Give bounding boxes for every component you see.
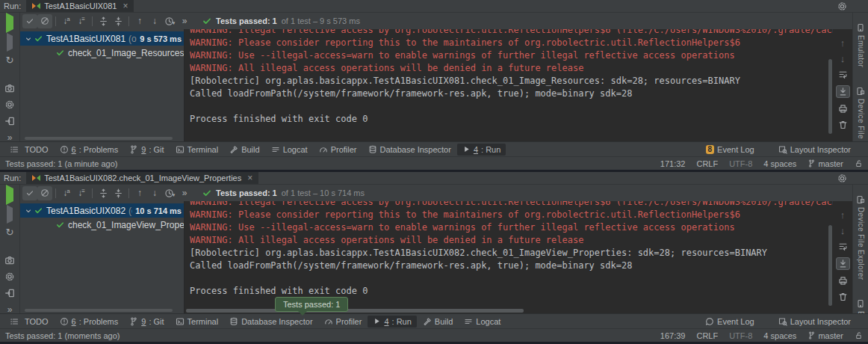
toolwindow-button-todo[interactable]: TODO xyxy=(4,144,54,156)
test-tree[interactable]: TestA1BasicUIX082 (org.aplas.basica 10 s… xyxy=(20,201,184,313)
up-stacktrace-icon[interactable]: ↑ xyxy=(840,210,846,220)
expand-all-icon[interactable] xyxy=(96,14,111,28)
clear-console-icon[interactable] xyxy=(838,292,848,301)
previous-failed-test-icon[interactable]: ↑ xyxy=(132,14,147,28)
close-icon[interactable]: × xyxy=(123,2,128,10)
rerun-tests-button[interactable] xyxy=(6,188,13,202)
console-vertical-scrollbar[interactable] xyxy=(828,225,832,306)
sort-alphabetically-icon[interactable]: ↓a xyxy=(59,186,74,200)
toolwindow-button-problems[interactable]: 6: Problems xyxy=(55,316,124,328)
toolwindow-button-git[interactable]: 9: Git xyxy=(124,144,169,156)
toolwindow-button-profiler[interactable]: Profiler xyxy=(319,316,368,328)
next-failed-test-icon[interactable]: ↓ xyxy=(147,14,162,28)
import-tests-button[interactable] xyxy=(4,116,15,126)
thread-dump-button[interactable] xyxy=(4,83,15,93)
indent-widget[interactable]: 4 spaces xyxy=(763,331,796,340)
toggle-auto-test-icon[interactable]: ↻ xyxy=(6,55,14,65)
test-settings-button[interactable] xyxy=(4,271,15,282)
test-history-icon[interactable]: ▾ xyxy=(162,186,177,200)
next-failed-test-icon[interactable]: ↓ xyxy=(147,186,162,200)
tree-row-test-method[interactable]: check_01_Image_Resources 9 s 573 ms xyxy=(20,46,184,60)
down-stacktrace-icon[interactable]: ↓ xyxy=(840,54,846,64)
rerun-failed-tests-button[interactable] xyxy=(7,36,13,49)
collapse-all-icon[interactable] xyxy=(111,14,125,28)
thread-dump-button[interactable] xyxy=(4,255,15,265)
more-toolbar-icon[interactable]: » xyxy=(177,14,192,28)
chevron-down-icon[interactable] xyxy=(25,208,31,214)
show-ignored-icon[interactable] xyxy=(37,14,52,28)
up-stacktrace-icon[interactable]: ↑ xyxy=(840,38,846,48)
chevron-down-icon[interactable] xyxy=(25,36,31,42)
toolwindow-button-profiler[interactable]: Profiler xyxy=(314,144,362,156)
settings-gear-icon[interactable] xyxy=(837,1,847,11)
lock-icon[interactable] xyxy=(855,159,863,168)
tree-horizontal-scrollbar[interactable] xyxy=(25,137,173,140)
print-icon[interactable] xyxy=(838,104,848,114)
test-settings-button[interactable] xyxy=(4,99,15,110)
test-history-icon[interactable]: ▾ xyxy=(162,14,177,28)
toolwindow-button-build[interactable]: Build xyxy=(224,144,264,156)
scroll-to-end-icon[interactable] xyxy=(836,257,850,270)
print-icon[interactable] xyxy=(838,276,848,286)
scroll-to-end-icon[interactable] xyxy=(836,85,850,98)
toolwindow-button-git[interactable]: 9: Git xyxy=(124,316,169,328)
git-branch-widget[interactable]: master xyxy=(807,331,843,340)
run-tab[interactable]: TestA1BasicUIX082.check_01_ImageView_Pro… xyxy=(26,172,258,184)
layout-inspector-button[interactable]: Layout Inspector xyxy=(773,144,856,156)
console-horizontal-scrollbar[interactable] xyxy=(186,309,524,313)
layout-inspector-button[interactable]: Layout Inspector xyxy=(773,316,856,328)
show-passed-icon[interactable] xyxy=(22,186,37,200)
toolwindow-button-database-inspector[interactable]: Database Inspector xyxy=(224,316,317,328)
soft-wrap-icon[interactable] xyxy=(838,242,848,251)
toolwindow-button-device-file-explorer[interactable]: Device File Explorer xyxy=(856,195,865,280)
previous-failed-test-icon[interactable]: ↑ xyxy=(132,186,147,200)
sort-by-duration-icon[interactable]: ↓≡ xyxy=(74,14,89,28)
more-toolbar-icon[interactable]: » xyxy=(177,186,192,200)
show-passed-icon[interactable] xyxy=(22,14,37,28)
toolwindow-button-terminal[interactable]: Terminal xyxy=(170,316,224,328)
toolwindow-button-build[interactable]: Build xyxy=(418,316,458,328)
encoding-widget[interactable]: UTF-8 xyxy=(729,331,752,340)
rerun-failed-tests-button[interactable] xyxy=(7,208,13,221)
collapse-all-icon[interactable] xyxy=(111,186,125,200)
toolwindow-button-database-inspector[interactable]: Database Inspector xyxy=(363,144,456,156)
toolwindow-button-todo[interactable]: TODO xyxy=(4,316,54,328)
down-stacktrace-icon[interactable]: ↓ xyxy=(840,226,846,236)
toolwindow-button-run[interactable]: 4: Run xyxy=(368,316,416,328)
toolwindow-button-problems[interactable]: 6: Problems xyxy=(55,144,124,156)
tree-row-test-class[interactable]: TestA1BasicUIX081 (org.aplas.basica 9 s … xyxy=(20,31,184,46)
toolwindow-button-logcat[interactable]: Logcat xyxy=(459,316,506,328)
sort-by-duration-icon[interactable]: ↓≡ xyxy=(74,186,89,200)
run-tab[interactable]: TestA1BasicUIX081 × xyxy=(26,0,134,12)
toolwindow-button-terminal[interactable]: Terminal xyxy=(170,144,224,156)
event-log-button[interactable]: Event Log xyxy=(700,316,760,328)
test-tree[interactable]: TestA1BasicUIX081 (org.aplas.basica 9 s … xyxy=(20,29,184,141)
toggle-auto-test-icon[interactable]: ↻ xyxy=(6,227,14,237)
soft-wrap-icon[interactable] xyxy=(838,70,848,79)
close-icon[interactable]: × xyxy=(247,174,252,182)
line-separator-widget[interactable]: CRLF xyxy=(696,331,718,340)
event-log-button[interactable]: 8Event Log xyxy=(701,144,760,156)
caret-position-widget[interactable]: 171:32 xyxy=(660,159,686,168)
toolwindow-button-logcat[interactable]: Logcat xyxy=(266,144,313,156)
tree-row-test-method[interactable]: check_01_ImageView_Properties 10 s 714 m… xyxy=(20,218,184,232)
clear-console-icon[interactable] xyxy=(838,120,848,129)
console-vertical-scrollbar[interactable] xyxy=(828,59,832,134)
caret-position-widget[interactable]: 167:39 xyxy=(660,331,686,340)
show-ignored-icon[interactable] xyxy=(37,186,52,200)
expand-all-icon[interactable] xyxy=(96,186,111,200)
settings-gear-icon[interactable] xyxy=(837,173,847,183)
toolwindow-button-run[interactable]: 4: Run xyxy=(457,144,506,156)
lock-icon[interactable] xyxy=(855,331,863,340)
tree-row-test-class[interactable]: TestA1BasicUIX082 (org.aplas.basica 10 s… xyxy=(20,203,184,218)
console-output[interactable]: WARNING: Illegal reflective access by or… xyxy=(185,29,833,141)
line-separator-widget[interactable]: CRLF xyxy=(696,159,718,168)
rerun-tests-button[interactable] xyxy=(6,16,13,30)
import-tests-button[interactable] xyxy=(4,288,15,298)
encoding-widget[interactable]: UTF-8 xyxy=(729,159,752,168)
toolwindow-button-emulator[interactable]: Emulator xyxy=(856,23,865,67)
sort-alphabetically-icon[interactable]: ↓a xyxy=(59,14,74,28)
git-branch-widget[interactable]: master xyxy=(807,159,843,168)
indent-widget[interactable]: 4 spaces xyxy=(763,159,796,168)
tree-horizontal-scrollbar[interactable] xyxy=(25,309,173,312)
